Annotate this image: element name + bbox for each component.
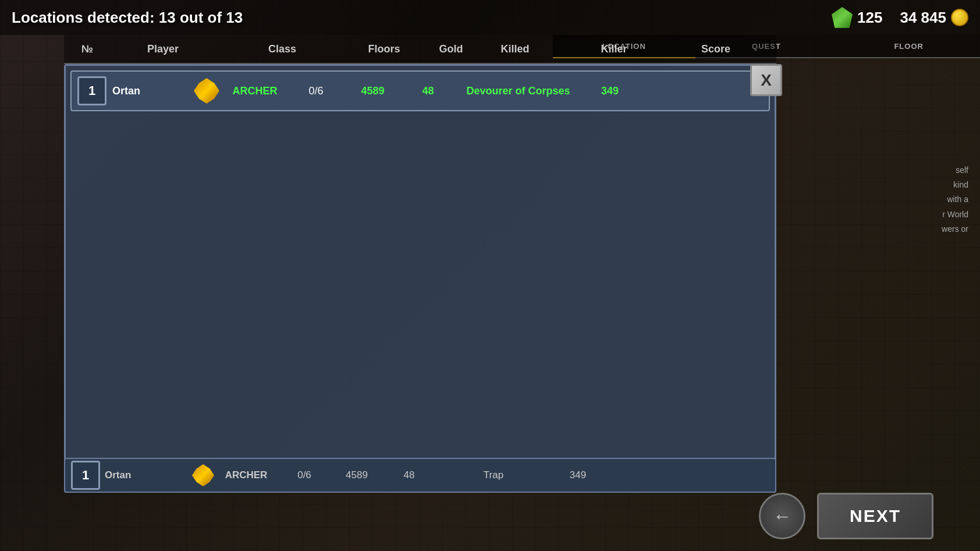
next-button[interactable]: NEXT: [817, 493, 933, 539]
col-header-player: Player: [111, 43, 215, 55]
footer-killed: 48: [383, 469, 435, 481]
col-header-floors: Floors: [349, 43, 419, 55]
row-score: 349: [581, 85, 639, 97]
nav-buttons: ← NEXT: [0, 493, 980, 539]
footer-class-icon: [192, 464, 214, 486]
col-header-class: Class: [215, 43, 349, 55]
footer-killer: Trap: [435, 469, 552, 481]
col-header-gold: Gold: [419, 43, 483, 55]
col-header-score: Score: [681, 43, 751, 55]
footer-floors: 0/6: [278, 469, 331, 481]
footer-player: Ortan: [105, 469, 192, 481]
gold-currency: 34 845: [900, 9, 968, 27]
right-panel-text: self kind with a r World wers or: [794, 163, 968, 236]
locations-text: Locations detected: 13 out of 13: [12, 9, 243, 27]
coin-icon: [951, 9, 968, 26]
leaderboard-panel: 1 Ortan ARCHER 0/6 4589 48 Devourer of C…: [64, 64, 776, 493]
footer-row[interactable]: 1 Ortan ARCHER 0/6 4589 48 Trap 349: [64, 458, 776, 493]
hud-right: 125 34 845: [832, 7, 968, 28]
row-player: Ortan: [112, 85, 194, 97]
gem-icon: [832, 7, 853, 28]
footer-class: ARCHER: [214, 469, 278, 481]
footer-score: 349: [552, 469, 604, 481]
row-killer: Devourer of Corpses: [456, 85, 581, 97]
footer-rank-badge: 1: [71, 461, 100, 490]
row-class: ARCHER: [223, 85, 287, 97]
rank-badge: 1: [77, 76, 106, 105]
gem-count: 125: [857, 9, 882, 27]
col-header-killed: Killed: [483, 43, 547, 55]
gold-count: 34 845: [900, 9, 946, 27]
back-button[interactable]: ←: [759, 493, 805, 539]
footer-gold: 4589: [331, 469, 383, 481]
col-header-no: №: [64, 43, 111, 55]
column-headers: № Player Class Floors Gold Killed Killer…: [64, 35, 776, 64]
close-button[interactable]: X: [750, 64, 782, 96]
tab-floor[interactable]: FLOOR: [837, 35, 980, 58]
gem-currency: 125: [832, 7, 882, 28]
row-killed: 48: [400, 85, 456, 97]
row-floors: 0/6: [287, 85, 345, 97]
row-gold: 4589: [345, 85, 400, 97]
main-table-row[interactable]: 1 Ortan ARCHER 0/6 4589 48 Devourer of C…: [70, 70, 770, 111]
top-hud: Locations detected: 13 out of 13 125 34 …: [0, 0, 980, 35]
class-icon-archer: [194, 78, 219, 104]
col-header-killer: Killer: [547, 43, 681, 55]
